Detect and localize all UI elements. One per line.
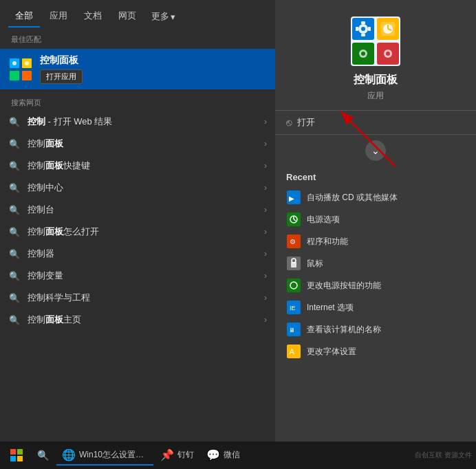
recent-item-text: 查看该计算机的名称	[307, 324, 381, 336]
recent-item[interactable]: 鼠标	[275, 252, 476, 274]
recent-item-icon	[286, 256, 301, 271]
chevron-right-icon: ›	[264, 117, 267, 127]
svg-text:A: A	[290, 348, 294, 356]
right-action-label: 打开	[297, 116, 315, 129]
list-item[interactable]: 🔍 控制面板主页 ›	[0, 309, 275, 331]
list-item[interactable]: 🔍 控制面板怎么打开 ›	[0, 221, 275, 243]
taskbar: 🔍 🌐 Win10怎么设置安... 📌 钉钉 💬 微信 自创互联 资源文件	[0, 441, 476, 469]
search-result-icon: 🔍	[8, 270, 21, 282]
right-app-type: 应用	[367, 90, 384, 102]
start-button[interactable]	[4, 443, 29, 468]
taskbar-item-browser[interactable]: 🌐 Win10怎么设置安...	[56, 445, 153, 466]
chevron-right-icon: ›	[264, 139, 267, 149]
search-result-icon: 🔍	[8, 160, 21, 172]
result-text: 控制器	[28, 248, 264, 260]
svg-point-13	[361, 27, 365, 31]
right-action-row[interactable]: ⎋ 打开	[275, 110, 476, 135]
recent-item[interactable]: ▶ 自动播放 CD 或其他媒体	[275, 186, 476, 208]
tab-docs[interactable]: 文档	[77, 6, 109, 28]
recent-item[interactable]: 更改电源按钮的功能	[275, 274, 476, 296]
list-item[interactable]: 🔍 控制中心 ›	[0, 177, 275, 199]
recent-item-text: Internet 选项	[307, 302, 354, 314]
chevron-right-icon: ›	[264, 161, 267, 171]
tab-more[interactable]: 更多 ▾	[146, 6, 181, 27]
open-external-icon: ⎋	[286, 117, 292, 128]
recent-item-icon: A	[286, 344, 301, 359]
recent-item-icon: 🖥	[286, 322, 301, 337]
chevron-right-icon: ›	[264, 227, 267, 237]
recent-item-text: 自动播放 CD 或其他媒体	[307, 192, 398, 204]
right-app-header: 控制面板 应用	[275, 0, 476, 110]
svg-point-25	[386, 52, 390, 56]
taskbar-item-label: Win10怎么设置安...	[79, 449, 148, 461]
chevron-right-icon: ›	[264, 183, 267, 193]
tabs-row: 全部 应用 文档 网页 更多 ▾	[0, 0, 275, 28]
best-match-content: 控制面板 打开应用	[40, 54, 83, 84]
svg-rect-16	[356, 27, 358, 31]
wechat-icon: 💬	[206, 448, 220, 461]
result-text: 控制台	[28, 204, 264, 216]
svg-point-23	[361, 52, 365, 56]
result-text: 控制面板主页	[28, 314, 264, 326]
recent-item-icon	[286, 278, 301, 293]
result-text: 控制科学与工程	[28, 292, 264, 304]
tab-more-label: 更多	[151, 10, 169, 23]
recent-item-text: 鼠标	[307, 258, 323, 270]
watermark-text: 自创互联 资源文件	[415, 450, 472, 460]
taskbar-item-wechat[interactable]: 💬 微信	[201, 445, 246, 466]
result-text: 控制面板快捷键	[28, 160, 264, 172]
recent-section-label: Recent	[275, 166, 476, 186]
recent-item-text: 更改字体设置	[307, 346, 356, 358]
search-results: 🔍 控制 - 打开 Web 结果 › 🔍 控制面板 › 🔍 控制面板快捷键 › …	[0, 111, 275, 446]
svg-text:🖥: 🖥	[289, 327, 295, 334]
left-panel: 全部 应用 文档 网页 更多 ▾ 最佳匹配	[0, 0, 275, 469]
chevron-right-icon: ›	[264, 315, 267, 325]
chevron-right-icon: ›	[264, 293, 267, 303]
recent-item-icon: ▶	[286, 190, 301, 205]
best-match-item[interactable]: 控制面板 打开应用	[0, 49, 275, 89]
svg-rect-47	[10, 449, 16, 455]
best-match-icon	[8, 57, 33, 82]
recent-item-text: 电源选项	[307, 214, 340, 226]
taskbar-search-icon[interactable]: 🔍	[30, 443, 55, 468]
recent-item[interactable]: ⚙ 程序和功能	[275, 230, 476, 252]
result-text: 控制面板怎么打开	[28, 226, 264, 238]
recent-item-text: 程序和功能	[307, 236, 348, 248]
recent-item[interactable]: A 更改字体设置	[275, 340, 476, 362]
list-item[interactable]: 🔍 控制科学与工程 ›	[0, 287, 275, 309]
svg-point-6	[25, 61, 29, 65]
svg-text:⚙: ⚙	[290, 238, 296, 246]
list-item[interactable]: 🔍 控制面板 ›	[0, 133, 275, 155]
svg-rect-14	[361, 21, 365, 24]
list-item[interactable]: 🔍 控制器 ›	[0, 243, 275, 265]
search-result-icon: 🔍	[8, 138, 21, 150]
recent-item-icon: IE	[286, 300, 301, 315]
svg-rect-50	[17, 456, 23, 461]
list-item[interactable]: 🔍 控制台 ›	[0, 199, 275, 221]
tab-web[interactable]: 网页	[111, 6, 143, 28]
chevron-right-icon: ›	[264, 271, 267, 281]
list-item[interactable]: 🔍 控制面板快捷键 ›	[0, 155, 275, 177]
expand-button[interactable]: ⌄	[365, 140, 386, 161]
search-result-icon: 🔍	[8, 314, 21, 326]
recent-item[interactable]: IE Internet 选项	[275, 296, 476, 318]
list-item[interactable]: 🔍 控制 - 打开 Web 结果 ›	[0, 111, 275, 133]
search-result-icon: 🔍	[8, 248, 21, 260]
tab-apps[interactable]: 应用	[43, 6, 74, 28]
result-text: 控制中心	[28, 182, 264, 194]
recent-item-icon	[286, 212, 301, 227]
search-result-icon: 🔍	[8, 182, 21, 194]
open-app-button[interactable]: 打开应用	[40, 69, 83, 84]
right-app-icon	[351, 17, 400, 66]
tab-all[interactable]: 全部	[8, 6, 40, 28]
taskbar-item-dingding[interactable]: 📌 钉钉	[155, 445, 199, 466]
svg-rect-15	[361, 34, 365, 36]
list-item[interactable]: 🔍 控制变量 ›	[0, 265, 275, 287]
svg-rect-17	[368, 27, 371, 31]
chevron-right-icon: ›	[264, 249, 267, 259]
recent-item[interactable]: 电源选项	[275, 208, 476, 230]
svg-rect-48	[17, 449, 23, 455]
recent-item[interactable]: 🖥 查看该计算机的名称	[275, 318, 476, 340]
chevron-down-icon: ⌄	[371, 145, 380, 156]
taskbar-item-label: 微信	[224, 449, 240, 461]
